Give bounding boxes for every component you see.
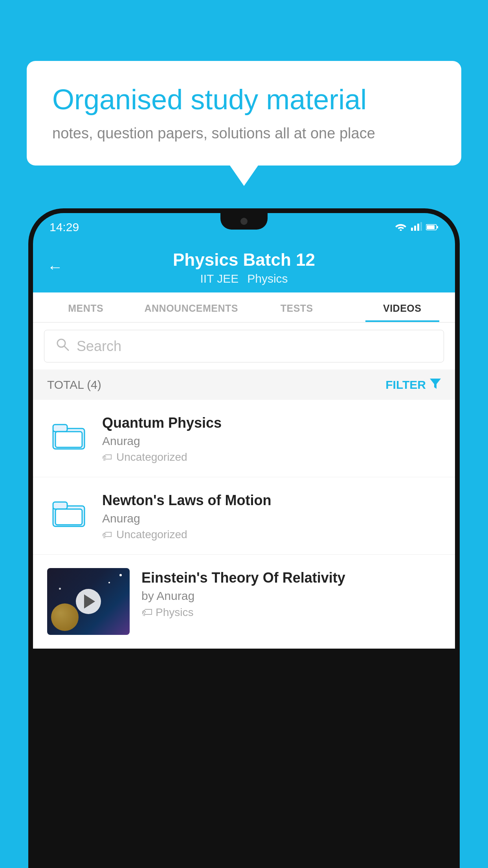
status-icons xyxy=(394,221,438,234)
item-tag: 🏷 Physics xyxy=(141,606,441,619)
svg-rect-16 xyxy=(55,509,82,525)
svg-rect-15 xyxy=(53,502,67,509)
list-item[interactable]: Quantum Physics Anurag 🏷 Uncategorized xyxy=(33,400,455,477)
bubble-subtitle: notes, question papers, solutions all at… xyxy=(52,125,436,142)
list-item[interactable]: Einstein's Theory Of Relativity by Anura… xyxy=(33,555,455,649)
planet-decoration xyxy=(51,603,79,631)
play-triangle-icon xyxy=(84,594,95,609)
svg-point-0 xyxy=(400,230,402,231)
play-button[interactable] xyxy=(76,589,101,614)
tab-bar: MENTS ANNOUNCEMENTS TESTS VIDEOS xyxy=(33,292,455,323)
item-thumbnail-video xyxy=(47,568,130,635)
total-count: TOTAL (4) xyxy=(47,378,101,392)
camera xyxy=(240,218,248,225)
search-input[interactable]: Search xyxy=(77,338,121,355)
filter-button[interactable]: FILTER xyxy=(385,377,441,392)
item-author: Anurag xyxy=(102,434,441,448)
item-title: Quantum Physics xyxy=(102,415,441,431)
svg-marker-10 xyxy=(430,379,441,389)
svg-rect-4 xyxy=(420,222,422,231)
search-container: Search xyxy=(33,323,455,370)
tag-icon: 🏷 xyxy=(141,606,152,619)
item-info: Newton's Laws of Motion Anurag 🏷 Uncateg… xyxy=(102,491,441,541)
wifi-icon xyxy=(394,221,407,234)
star-decoration xyxy=(119,574,122,576)
item-author: by Anurag xyxy=(141,589,441,603)
item-thumbnail xyxy=(47,491,90,534)
tab-tests[interactable]: TESTS xyxy=(244,292,350,322)
notch xyxy=(220,213,268,230)
search-bar[interactable]: Search xyxy=(44,330,444,362)
item-info: Einstein's Theory Of Relativity by Anura… xyxy=(141,568,441,619)
header-tags: IIT JEE Physics xyxy=(200,272,288,285)
header-title: Physics Batch 12 xyxy=(173,250,315,270)
list-item[interactable]: Newton's Laws of Motion Anurag 🏷 Uncateg… xyxy=(33,477,455,555)
svg-rect-6 xyxy=(427,225,435,229)
search-icon xyxy=(55,337,70,355)
star-decoration xyxy=(108,582,110,583)
tab-ments[interactable]: MENTS xyxy=(33,292,139,322)
speech-bubble-container: Organised study material notes, question… xyxy=(27,61,461,166)
svg-line-9 xyxy=(64,346,68,350)
speech-bubble: Organised study material notes, question… xyxy=(27,61,461,166)
item-tag: 🏷 Uncategorized xyxy=(102,528,441,541)
svg-rect-1 xyxy=(411,228,413,231)
battery-icon xyxy=(426,221,438,234)
svg-rect-13 xyxy=(55,432,82,447)
header-tag-iitjee: IIT JEE xyxy=(200,272,238,285)
status-bar: 14:29 xyxy=(33,213,455,241)
item-title: Newton's Laws of Motion xyxy=(102,492,441,509)
back-button[interactable]: ← xyxy=(47,258,63,276)
svg-rect-7 xyxy=(437,226,438,228)
item-title: Einstein's Theory Of Relativity xyxy=(141,570,441,586)
app-header: ← Physics Batch 12 IIT JEE Physics xyxy=(33,241,455,292)
video-list: Quantum Physics Anurag 🏷 Uncategorized xyxy=(33,400,455,649)
filter-icon xyxy=(430,377,441,392)
svg-rect-12 xyxy=(53,425,67,432)
svg-rect-3 xyxy=(417,224,419,231)
bubble-title: Organised study material xyxy=(52,83,436,116)
tab-announcements[interactable]: ANNOUNCEMENTS xyxy=(139,292,244,322)
status-time: 14:29 xyxy=(50,221,79,234)
svg-rect-2 xyxy=(414,226,416,231)
tag-icon: 🏷 xyxy=(102,451,112,463)
tag-icon: 🏷 xyxy=(102,529,112,541)
tab-videos[interactable]: VIDEOS xyxy=(350,292,455,322)
phone-screen: 14:29 xyxy=(33,213,455,868)
item-tag: 🏷 Uncategorized xyxy=(102,451,441,463)
filter-bar: TOTAL (4) FILTER xyxy=(33,370,455,400)
phone-frame: 14:29 xyxy=(28,208,460,868)
star-decoration xyxy=(59,588,61,590)
item-thumbnail xyxy=(47,413,90,456)
item-author: Anurag xyxy=(102,512,441,525)
header-tag-physics: Physics xyxy=(247,272,288,285)
signal-icon xyxy=(411,221,422,234)
item-info: Quantum Physics Anurag 🏷 Uncategorized xyxy=(102,413,441,463)
